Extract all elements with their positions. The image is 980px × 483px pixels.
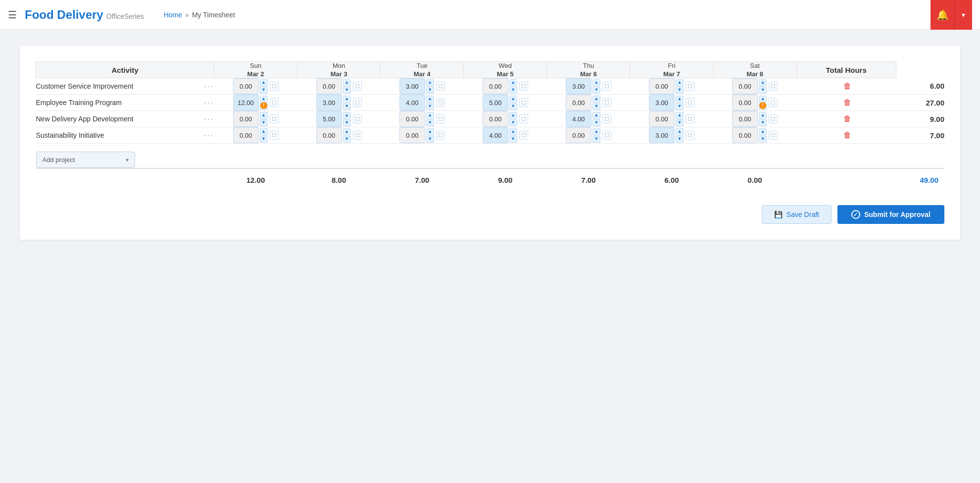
hours-input[interactable] <box>732 95 758 110</box>
spin-down-button[interactable]: ▼ <box>260 87 268 94</box>
spin-up-button[interactable]: ▲ <box>426 112 434 119</box>
spin-up-button[interactable]: ▲ <box>260 96 268 103</box>
note-button[interactable]: ☐ <box>769 131 778 140</box>
hours-input[interactable] <box>649 78 675 94</box>
hours-input[interactable] <box>732 111 758 127</box>
row-options-button[interactable]: ··· <box>203 114 214 124</box>
spin-down-button[interactable]: ▼ <box>343 103 351 110</box>
spin-down-button[interactable]: ▼ <box>759 119 767 126</box>
note-button[interactable]: ☐ <box>769 114 778 123</box>
spin-up-button[interactable]: ▲ <box>676 128 684 135</box>
save-draft-button[interactable]: 💾 Save Draft <box>762 205 832 224</box>
spin-down-button[interactable]: ▼ <box>426 87 434 94</box>
row-options-button[interactable]: ··· <box>203 130 214 141</box>
hours-input[interactable] <box>233 78 259 94</box>
hours-input[interactable] <box>566 111 591 127</box>
note-button[interactable]: ☐ <box>602 131 611 140</box>
spin-up-button[interactable]: ▲ <box>426 128 434 135</box>
spin-down-button[interactable]: ▼ <box>509 136 517 143</box>
row-options-button[interactable]: ··· <box>203 81 214 92</box>
spin-down-button[interactable]: ▼ <box>676 136 684 143</box>
note-button[interactable]: ☐ <box>519 131 528 140</box>
hours-input[interactable] <box>732 127 758 143</box>
note-button[interactable]: ☐ <box>602 82 611 91</box>
spin-down-button[interactable]: ▼ <box>592 136 600 143</box>
note-button[interactable]: ☐ <box>436 131 445 140</box>
note-button[interactable]: ☐ <box>519 98 528 107</box>
spin-up-button[interactable]: ▲ <box>676 112 684 119</box>
note-button[interactable]: ☐ <box>436 114 445 123</box>
spin-down-button[interactable]: ▼ <box>260 136 268 143</box>
hours-input[interactable] <box>483 95 508 110</box>
spin-up-button[interactable]: ▲ <box>260 128 268 135</box>
nav-home-link[interactable]: Home <box>164 11 182 19</box>
spin-down-button[interactable]: ▼ <box>759 87 767 94</box>
spin-down-button[interactable]: ▼ <box>592 119 600 126</box>
spin-down-button[interactable]: ▼ <box>509 103 517 110</box>
spin-up-button[interactable]: ▲ <box>592 112 600 119</box>
delete-row-button[interactable]: 🗑 <box>841 131 853 140</box>
note-button[interactable]: ☐ <box>353 131 362 140</box>
note-button[interactable]: ☐ <box>436 82 445 91</box>
spin-down-button[interactable]: ▼ <box>592 87 600 94</box>
note-button[interactable]: ☐ <box>519 82 528 91</box>
hours-input[interactable] <box>649 111 675 127</box>
hours-input[interactable] <box>483 127 508 143</box>
menu-icon[interactable]: ☰ <box>8 9 17 21</box>
spin-down-button[interactable]: ▼ <box>676 87 684 94</box>
spin-up-button[interactable]: ▲ <box>509 112 517 119</box>
note-button[interactable]: ☐ <box>769 82 778 91</box>
spin-up-button[interactable]: ▲ <box>260 79 268 86</box>
hours-input[interactable] <box>566 127 591 143</box>
spin-down-button[interactable]: ▼ <box>426 136 434 143</box>
hours-input[interactable] <box>399 95 425 110</box>
hours-input[interactable] <box>316 95 342 110</box>
hours-input[interactable] <box>233 95 259 110</box>
row-options-button[interactable]: ··· <box>203 98 214 108</box>
hours-input[interactable] <box>316 78 342 94</box>
hours-input[interactable] <box>483 78 508 94</box>
spin-up-button[interactable]: ▲ <box>759 128 767 135</box>
hours-input[interactable] <box>649 95 675 110</box>
spin-down-button[interactable]: ▼ <box>426 119 434 126</box>
note-button[interactable]: ☐ <box>602 98 611 107</box>
hours-input[interactable] <box>566 78 591 94</box>
hours-input[interactable] <box>399 111 425 127</box>
spin-up-button[interactable]: ▲ <box>759 79 767 86</box>
note-button[interactable]: ☐ <box>686 82 694 91</box>
spin-down-button[interactable]: ▼ <box>426 103 434 110</box>
note-button[interactable]: ☐ <box>353 98 362 107</box>
note-button[interactable]: ☐ <box>270 82 279 91</box>
note-button[interactable]: ☐ <box>602 114 611 123</box>
note-button[interactable]: ☐ <box>519 114 528 123</box>
spin-up-button[interactable]: ▲ <box>592 96 600 103</box>
spin-down-button[interactable]: ▼ <box>676 103 684 110</box>
note-button[interactable]: ☐ <box>353 114 362 123</box>
delete-row-button[interactable]: 🗑 <box>841 98 853 107</box>
hours-input[interactable] <box>483 111 508 127</box>
spin-up-button[interactable]: ▲ <box>592 128 600 135</box>
spin-up-button[interactable]: ▲ <box>676 96 684 103</box>
submit-approval-button[interactable]: ✓ Submit for Approval <box>837 205 944 224</box>
hours-input[interactable] <box>233 111 259 127</box>
note-button[interactable]: ☐ <box>353 82 362 91</box>
delete-row-button[interactable]: 🗑 <box>841 82 853 91</box>
spin-down-button[interactable]: ▼ <box>260 119 268 126</box>
spin-down-button[interactable]: ▼ <box>509 119 517 126</box>
spin-up-button[interactable]: ▲ <box>260 112 268 119</box>
spin-up-button[interactable]: ▲ <box>426 96 434 103</box>
hours-input[interactable] <box>566 95 591 110</box>
add-project-dropdown[interactable]: Add project ▾ <box>36 152 135 168</box>
note-button[interactable]: ☐ <box>769 98 778 107</box>
spin-down-button[interactable]: ▼ <box>759 136 767 143</box>
hours-input[interactable] <box>649 127 675 143</box>
spin-up-button[interactable]: ▲ <box>592 79 600 86</box>
spin-down-button[interactable]: ▼ <box>592 103 600 110</box>
note-button[interactable]: ☐ <box>270 98 279 107</box>
spin-down-button[interactable]: ▼ <box>343 87 351 94</box>
note-button[interactable]: ☐ <box>686 114 694 123</box>
hours-input[interactable] <box>316 111 342 127</box>
spin-up-button[interactable]: ▲ <box>759 112 767 119</box>
spin-down-button[interactable]: ▼ <box>509 87 517 94</box>
spin-up-button[interactable]: ▲ <box>676 79 684 86</box>
